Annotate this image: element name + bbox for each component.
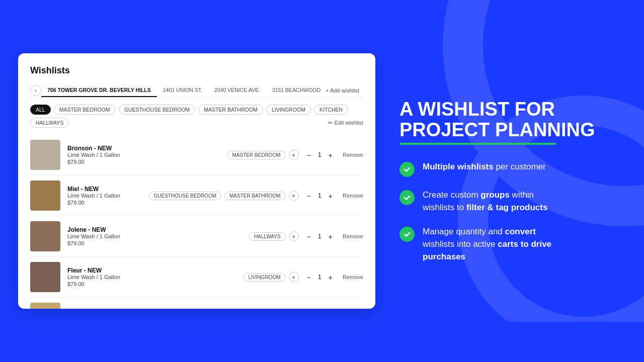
- add-tag-button-0[interactable]: +: [289, 150, 299, 160]
- filter-chip-2[interactable]: GUESTHOUSE BEDROOM: [119, 105, 196, 115]
- feature-item-3: Manage quantity and convertwishlists int…: [399, 226, 620, 263]
- product-row: Bronson - NEW Lime Wash / 1 Gallon $79.0…: [30, 135, 363, 175]
- check-icon-1: [399, 162, 415, 177]
- product-row: Jolene - NEW Lime Wash / 1 Gallon $79.00…: [30, 216, 363, 257]
- tabs-list: 706 TOWER GROVE DR. BEVERLY HILLS1401 UN…: [41, 84, 321, 97]
- product-name-4: Pixie - NEW: [67, 308, 247, 309]
- filter-chip-1[interactable]: MASTER BEDROOM: [54, 105, 116, 115]
- product-info-3: Fleur - NEW Lime Wash / 1 Gallon $79.00: [67, 267, 236, 287]
- product-thumb-0: [30, 140, 60, 170]
- tabs-row: ‹ 706 TOWER GROVE DR. BEVERLY HILLS1401 …: [30, 84, 363, 98]
- product-tags-3: LIVINGROOM+: [244, 272, 299, 282]
- qty-increase-2[interactable]: +: [327, 232, 334, 241]
- product-thumb-4: [30, 303, 60, 309]
- filter-chip-3[interactable]: MASTER BATHROOM: [198, 105, 263, 115]
- qty-value-1: 1: [316, 192, 323, 199]
- tag-chip-2-0[interactable]: HALLWAYS: [249, 232, 286, 241]
- qty-value-3: 1: [316, 274, 323, 281]
- product-price-3: $79.00: [67, 281, 236, 287]
- add-tag-button-1[interactable]: +: [289, 191, 299, 201]
- tag-chip-0-0[interactable]: MASTER BEDROOM: [227, 151, 285, 159]
- right-panel: A WISHLIST FOR PROJECT PLANNING Multiple…: [375, 79, 644, 284]
- feature-item-1: Multiple wishlists per customer: [399, 161, 620, 177]
- product-name-2: Jolene - NEW: [67, 226, 242, 233]
- feature-text-1: Multiple wishlists per customer: [423, 161, 546, 173]
- feature-text-3: Manage quantity and convertwishlists int…: [423, 226, 551, 263]
- tag-chip-3-0[interactable]: LIVINGROOM: [244, 273, 286, 282]
- product-tags-1: GUESTHOUSE BEDROOMMASTER BATHROOM+: [149, 191, 299, 201]
- remove-button-0[interactable]: Remove: [343, 152, 363, 158]
- product-thumb-1: [30, 180, 60, 211]
- qty-increase-1[interactable]: +: [327, 192, 334, 200]
- title-line2: PROJECT PLANNING: [399, 120, 595, 145]
- product-row: Pixie - NEW Lime Wash / 1 Gallon $79.00 …: [30, 298, 363, 309]
- product-info-1: Miel - NEW Lime Wash / 1 Gallon $79.00: [67, 186, 142, 206]
- qty-decrease-0[interactable]: −: [306, 151, 312, 159]
- product-variant-0: Lime Wash / 1 Gallon: [67, 152, 220, 158]
- qty-control-2: − 1 +: [306, 232, 334, 241]
- product-variant-1: Lime Wash / 1 Gallon: [67, 193, 142, 199]
- product-list: Bronson - NEW Lime Wash / 1 Gallon $79.0…: [30, 135, 363, 309]
- feature-item-2: Create custom groups withinwishlists to …: [399, 189, 620, 214]
- tab-item-1[interactable]: 1401 UNION ST.: [157, 84, 208, 97]
- product-row: Miel - NEW Lime Wash / 1 Gallon $79.00 G…: [30, 175, 363, 216]
- tag-chip-1-0[interactable]: GUESTHOUSE BEDROOM: [149, 192, 221, 200]
- filter-chip-6[interactable]: HALLWAYS: [30, 118, 69, 128]
- feature-list: Multiple wishlists per customer Create c…: [399, 161, 620, 263]
- right-title: A WISHLIST FOR PROJECT PLANNING: [399, 99, 620, 145]
- product-row: Fleur - NEW Lime Wash / 1 Gallon $79.00 …: [30, 257, 363, 298]
- qty-increase-3[interactable]: +: [327, 273, 334, 282]
- edit-wishlist-button[interactable]: ✏ Edit wishlist: [328, 120, 363, 126]
- filter-chip-5[interactable]: KITCHEN: [314, 105, 348, 115]
- product-thumb-3: [30, 262, 60, 292]
- remove-button-2[interactable]: Remove: [343, 233, 363, 239]
- tag-chip-1-1[interactable]: MASTER BATHROOM: [224, 192, 285, 200]
- remove-button-3[interactable]: Remove: [343, 274, 363, 280]
- product-name-3: Fleur - NEW: [67, 267, 236, 274]
- feature-text-2: Create custom groups withinwishlists to …: [423, 189, 547, 214]
- product-info-0: Bronson - NEW Lime Wash / 1 Gallon $79.0…: [67, 145, 220, 165]
- filter-chip-0[interactable]: ALL: [30, 105, 51, 115]
- product-variant-2: Lime Wash / 1 Gallon: [67, 233, 242, 239]
- product-name-0: Bronson - NEW: [67, 145, 220, 152]
- add-tag-button-2[interactable]: +: [289, 231, 299, 241]
- product-info-2: Jolene - NEW Lime Wash / 1 Gallon $79.00: [67, 226, 242, 246]
- qty-value-0: 1: [316, 151, 323, 158]
- product-tags-2: HALLWAYS+: [249, 231, 299, 241]
- product-tags-0: MASTER BEDROOM+: [227, 150, 298, 160]
- qty-control-3: − 1 +: [306, 273, 334, 282]
- product-price-1: $79.00: [67, 200, 142, 206]
- product-thumb-2: [30, 221, 60, 251]
- filter-row: ALLMASTER BEDROOMGUESTHOUSE BEDROOMMASTE…: [30, 105, 363, 128]
- tab-item-3[interactable]: 3151 BEACHWOOD DR.: [266, 84, 321, 97]
- add-wishlist-button[interactable]: + Add wishlist: [321, 85, 363, 96]
- check-icon-3: [399, 227, 415, 242]
- product-variant-3: Lime Wash / 1 Gallon: [67, 274, 236, 280]
- qty-control-0: − 1 +: [306, 151, 334, 159]
- panel-title: Wishlists: [30, 65, 363, 76]
- qty-decrease-2[interactable]: −: [306, 232, 312, 241]
- product-info-4: Pixie - NEW Lime Wash / 1 Gallon $79.00: [67, 308, 247, 309]
- qty-decrease-3[interactable]: −: [306, 273, 312, 282]
- check-icon-2: [399, 190, 415, 205]
- add-tag-button-3[interactable]: +: [289, 272, 299, 282]
- qty-control-1: − 1 +: [306, 192, 334, 200]
- filter-chip-4[interactable]: LIVINGROOM: [266, 105, 311, 115]
- qty-increase-0[interactable]: +: [327, 151, 334, 159]
- tab-item-2[interactable]: 2040 VENICE AVE.: [208, 84, 266, 97]
- product-price-2: $79.00: [67, 240, 242, 246]
- remove-button-1[interactable]: Remove: [343, 193, 363, 199]
- qty-value-2: 1: [316, 233, 323, 240]
- title-line1: A WISHLIST FOR: [399, 99, 555, 120]
- qty-decrease-1[interactable]: −: [306, 192, 312, 200]
- tab-prev-button[interactable]: ‹: [30, 85, 41, 96]
- product-name-1: Miel - NEW: [67, 186, 142, 193]
- tab-item-0[interactable]: 706 TOWER GROVE DR. BEVERLY HILLS: [41, 84, 157, 97]
- wishlist-panel: Wishlists ‹ 706 TOWER GROVE DR. BEVERLY …: [18, 53, 375, 309]
- product-price-0: $79.00: [67, 159, 220, 165]
